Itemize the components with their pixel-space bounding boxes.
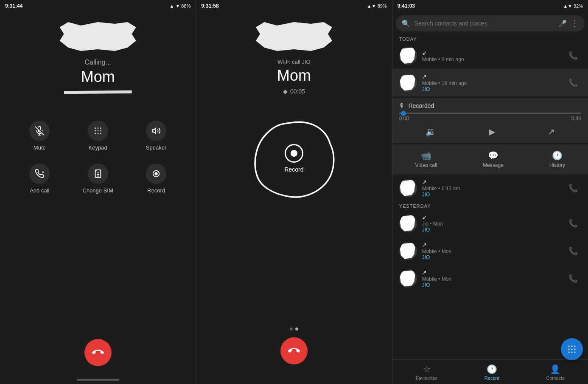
avatar-3 <box>399 179 417 197</box>
history-label: History <box>549 162 565 168</box>
contacts-icon: 👤 <box>550 364 560 374</box>
status-right-2: ▲▼ 89% <box>367 3 387 8</box>
call-item-2: ↗ Mobile • 18 min ago JIO 📞 <box>392 69 588 96</box>
call-info-5: ↗ Mobile • Mon JIO <box>422 241 560 260</box>
message-button[interactable]: 💬 Message <box>474 148 512 171</box>
home-indicator-1 <box>77 379 119 381</box>
call-phone-icon-2[interactable]: 📞 <box>565 75 581 91</box>
mute-label: Mute <box>34 144 46 151</box>
progress-track[interactable] <box>399 113 581 114</box>
call-sim-6: JIO <box>422 282 560 288</box>
call-detail-5: Mobile • Mon <box>422 248 560 254</box>
end-call-button-1[interactable] <box>84 339 112 366</box>
recorded-header: 🎙 Recorded <box>399 102 581 109</box>
change-sim-button[interactable]: Change SIM <box>73 164 123 194</box>
call-item-1: ↙ Mobile • 9 min ago 📞 <box>392 42 588 69</box>
nav-favourites[interactable]: ☆ Favourites <box>407 364 446 381</box>
message-label: Message <box>483 162 504 168</box>
call-detail-2: Mobile • 18 min ago <box>422 80 560 86</box>
speaker-button[interactable]: Speaker <box>131 121 181 151</box>
call-info-3: ↗ Mobile • 6:13 am JIO <box>422 178 560 198</box>
status-time-3: 9:41:03 <box>398 3 415 9</box>
call-phone-icon-4[interactable]: 📞 <box>565 215 581 232</box>
record-btn-inner[interactable]: Record <box>284 144 303 173</box>
svg-point-26 <box>574 349 575 350</box>
message-icon: 💬 <box>488 150 498 161</box>
status-bar-2: 9:31:58 ▲▼ 89% <box>196 0 392 12</box>
record-label-1: Record <box>147 187 165 194</box>
today-label: TODAY <box>392 35 588 42</box>
call-detail-3: Mobile • 6:13 am <box>422 186 560 192</box>
call-phone-icon-1[interactable]: 📞 <box>565 48 581 64</box>
contacts-label: Contacts <box>546 376 564 381</box>
video-call-icon: 📹 <box>421 150 431 161</box>
nav-contacts[interactable]: 👤 Contacts <box>538 364 573 381</box>
search-bar[interactable]: 🔍 🎤 ⋮ <box>396 15 585 31</box>
call-name-4: ↙ <box>422 214 560 220</box>
mute-button[interactable]: Mute <box>15 121 64 151</box>
svg-point-25 <box>571 349 572 350</box>
video-call-label: Video call <box>415 162 437 168</box>
dot-2 <box>295 328 298 330</box>
progress-bar-container: 0:00 0:44 <box>399 113 581 121</box>
svg-point-4 <box>97 127 98 129</box>
recorded-label: Recorded <box>409 102 434 109</box>
svg-point-11 <box>100 133 101 134</box>
svg-point-6 <box>95 130 96 132</box>
mic-record-icon: 🎙 <box>399 102 405 109</box>
keypad-button[interactable]: Keypad <box>73 121 123 151</box>
svg-point-29 <box>574 352 575 353</box>
call-info-4: ↙ Jio • Mon JIO <box>422 214 560 233</box>
dot-1 <box>290 328 293 330</box>
status-bar-1: 9:31:44 ▲ ▼ 88% <box>0 0 196 12</box>
recorded-box: 🎙 Recorded 0:00 0:44 🔉 ▶ ↗ <box>392 98 588 143</box>
call-item-5: ↗ Mobile • Mon JIO 📞 <box>392 237 588 265</box>
record-button-1[interactable]: Record <box>131 164 181 194</box>
signal-icon-3: ▲▼ <box>563 3 572 8</box>
svg-point-28 <box>571 352 572 353</box>
battery-3: 92% <box>574 3 583 8</box>
keypad-label: Keypad <box>89 144 107 151</box>
svg-point-10 <box>97 133 98 134</box>
time-labels: 0:00 0:44 <box>399 116 581 121</box>
call-info-1: ↙ Mobile • 9 min ago <box>422 49 560 62</box>
favourites-label: Favourites <box>416 376 437 381</box>
history-button[interactable]: 🕐 History <box>541 148 574 171</box>
call-phone-icon-5[interactable]: 📞 <box>565 243 581 259</box>
speaker-label: Speaker <box>146 144 166 151</box>
call-item-6: ↗ Mobile • Mon JIO 📞 <box>392 265 588 292</box>
call-detail-4: Jio • Mon <box>422 221 560 227</box>
avatar-2 <box>399 74 417 92</box>
share-icon[interactable]: ↗ <box>541 125 562 138</box>
nav-recent[interactable]: 🕐 Recent <box>476 364 508 381</box>
record-circle-container: Record <box>252 116 336 201</box>
fab-dialpad-button[interactable] <box>561 338 583 360</box>
volume-icon[interactable]: 🔉 <box>419 125 443 138</box>
call-phone-icon-3[interactable]: 📞 <box>565 180 581 196</box>
svg-point-21 <box>568 346 569 347</box>
change-sim-label: Change SIM <box>83 187 113 194</box>
play-icon[interactable]: ▶ <box>482 125 502 138</box>
call-detail-1: Mobile • 9 min ago <box>422 56 560 62</box>
call-sim-3: JIO <box>422 192 560 198</box>
screens-container: 9:31:44 ▲ ▼ 88% Calling... Mom <box>0 0 588 384</box>
video-call-button[interactable]: 📹 Video call <box>407 148 446 171</box>
mic-icon[interactable]: 🎤 <box>558 20 567 28</box>
time-end: 0:44 <box>571 116 581 121</box>
screen-calling: 9:31:44 ▲ ▼ 88% Calling... Mom <box>0 0 196 384</box>
call-sim-4: JIO <box>422 227 560 233</box>
signal-icon-2: ▲▼ <box>367 3 376 8</box>
end-call-button-2[interactable] <box>280 337 308 364</box>
add-call-button[interactable]: Add call <box>15 164 64 194</box>
search-input[interactable] <box>414 20 554 27</box>
more-icon[interactable]: ⋮ <box>571 19 579 28</box>
svg-point-22 <box>571 346 572 347</box>
record-icon-1 <box>146 164 166 184</box>
screen-active-call: 9:31:58 ▲▼ 89% Wi-Fi call JIO Mom ◆ 00:0… <box>196 0 392 384</box>
avatar-1 <box>399 47 417 65</box>
call-name-1: ↙ <box>422 49 560 56</box>
call-timer: ◆ 00:05 <box>283 88 305 95</box>
call-phone-icon-6[interactable]: 📞 <box>565 271 581 287</box>
avatar-6 <box>399 270 417 288</box>
svg-point-9 <box>95 133 96 134</box>
